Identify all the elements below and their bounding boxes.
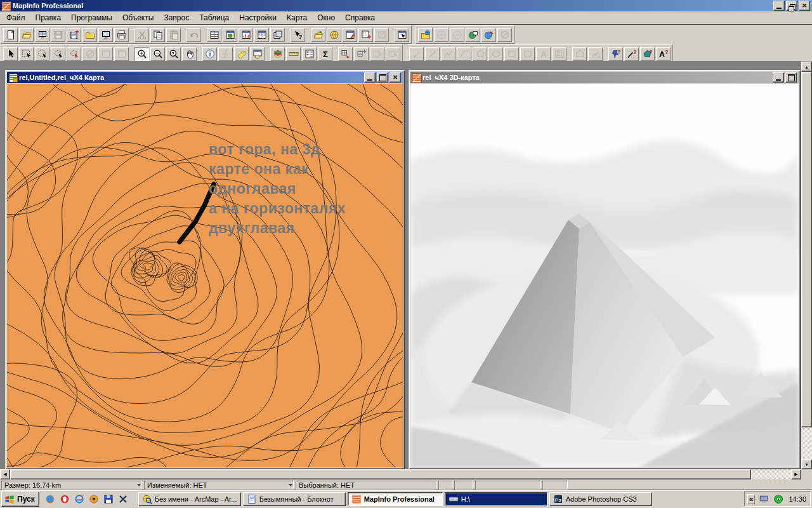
map-maximize-button[interactable] <box>377 72 388 83</box>
layout-tool-button[interactable] <box>358 28 373 42</box>
menu-item-query[interactable]: Запрос <box>159 12 194 24</box>
web-search-button[interactable] <box>481 28 496 42</box>
status-dropdown-icon[interactable] <box>137 484 141 486</box>
text-style-button[interactable]: A? <box>656 47 671 61</box>
map-window-titlebar[interactable]: rel,Untitled,rel_чХ4 Карта × <box>7 72 403 83</box>
help-pointer-button[interactable]: ? <box>291 28 305 42</box>
polygon-select-button[interactable] <box>51 47 65 61</box>
quick-launch-floppy-tool-icon[interactable] <box>103 493 114 505</box>
legend-button[interactable] <box>302 47 317 61</box>
statistics-button[interactable]: Σ <box>318 47 332 61</box>
start-button[interactable]: Пуск <box>1 491 39 507</box>
boundary-select-button[interactable] <box>67 47 81 61</box>
line-style-button[interactable]: ? <box>624 47 639 61</box>
menu-item-help[interactable]: Справка <box>340 12 380 24</box>
zoom-out-button[interactable] <box>150 47 165 61</box>
map-window[interactable]: rel,Untitled,rel_чХ4 Карта × вот гора, н… <box>5 70 405 469</box>
open-table-button[interactable] <box>19 28 34 42</box>
tray-expand-button[interactable]: « <box>747 494 756 504</box>
network-monitor-tray-icon[interactable] <box>758 493 769 505</box>
new-redistrict-button[interactable] <box>270 28 285 42</box>
open-workspace-button[interactable] <box>82 28 97 42</box>
horizontal-scroll-thumb[interactable] <box>10 469 751 479</box>
print-button[interactable] <box>114 28 129 42</box>
web-tool-2-button <box>450 28 464 42</box>
quick-launch-opera-icon[interactable] <box>59 493 70 505</box>
marquee-select-button[interactable] <box>19 47 34 61</box>
new-table-button[interactable] <box>3 28 18 42</box>
label-button[interactable] <box>234 47 249 61</box>
menu-item-file[interactable]: Файл <box>1 12 30 24</box>
taskbar-task-1[interactable]: Безымянный - Блокнот <box>243 492 346 506</box>
scroll-down-button[interactable]: ▼ <box>801 459 812 469</box>
open-dbms-button[interactable] <box>35 28 49 42</box>
taskbar-task-2[interactable]: MapInfo Professional <box>348 492 443 506</box>
drag-map-button[interactable] <box>250 47 265 61</box>
status-panel-1[interactable]: Изменяемый: НЕТ <box>144 481 294 490</box>
map3d-window[interactable]: rel_чХ4 3D-карта <box>409 70 801 469</box>
app-titlebar[interactable]: MapInfo Professional × <box>0 0 812 11</box>
copy-button[interactable] <box>150 28 165 42</box>
change-view-button[interactable]: ? <box>166 47 181 61</box>
close-button[interactable]: × <box>799 1 810 11</box>
terrain-3d-view[interactable] <box>410 84 799 467</box>
polygon-tool-button <box>473 47 487 61</box>
open-odbc-button[interactable] <box>311 28 325 42</box>
web-open-button[interactable] <box>418 28 433 42</box>
scroll-right-button[interactable]: ▶ <box>791 469 801 479</box>
mdi-vertical-scrollbar[interactable]: ▲ ▼ <box>801 62 812 469</box>
map3d-minimize-button[interactable] <box>773 72 784 83</box>
mdi-horizontal-scrollbar[interactable]: ◀ ▶ <box>0 469 801 479</box>
menu-item-map[interactable]: Карта <box>282 12 312 24</box>
quick-launch-firefox-icon[interactable] <box>44 493 56 505</box>
map3d-maximize-button[interactable] <box>785 72 797 83</box>
map-minimize-button[interactable] <box>364 72 376 83</box>
taskbar-clock[interactable]: 14:30 <box>787 495 806 503</box>
antivirus-tray-icon[interactable] <box>773 493 784 505</box>
menu-item-table[interactable]: Таблица <box>194 12 234 24</box>
menu-item-window[interactable]: Окно <box>312 12 340 24</box>
select-button[interactable] <box>3 47 18 61</box>
new-report-button[interactable] <box>98 28 113 42</box>
zoom-in-button[interactable] <box>134 47 149 61</box>
status-panel-4 <box>454 481 473 490</box>
quick-launch-close-tool-icon[interactable] <box>117 493 129 505</box>
new-browser-button[interactable] <box>207 28 221 42</box>
map-close-button[interactable]: × <box>390 72 401 83</box>
new-mapper-button[interactable] <box>223 28 237 42</box>
assign-district-button[interactable] <box>354 47 369 61</box>
layer-control-button[interactable] <box>270 47 285 61</box>
quick-launch-media-player-icon[interactable] <box>88 493 100 505</box>
radius-select-button[interactable] <box>35 47 49 61</box>
taskbar-task-3[interactable]: H:\ <box>445 492 547 506</box>
web-window-button[interactable] <box>466 28 480 42</box>
mapbasic-globe-button[interactable] <box>327 28 341 42</box>
hotlink-edit-button[interactable] <box>343 28 357 42</box>
taskbar-task-4[interactable]: PsAdobe Photoshop CS3 <box>549 492 652 506</box>
restore-button[interactable] <box>786 1 797 11</box>
menu-item-options[interactable]: Настройки <box>234 12 282 24</box>
new-layout-button[interactable] <box>254 28 269 42</box>
status-panel-0[interactable]: Размер: 16,74 km <box>1 481 142 490</box>
menu-item-objects[interactable]: Объекты <box>117 12 159 24</box>
scroll-left-button[interactable]: ◀ <box>0 469 10 479</box>
quick-launch-ie-icon[interactable] <box>74 493 85 505</box>
symbol-style-button[interactable]: ? <box>608 47 623 61</box>
menu-item-edit[interactable]: Правка <box>30 12 67 24</box>
save-workspace-button[interactable] <box>67 28 81 42</box>
scroll-up-button[interactable]: ▲ <box>801 62 812 72</box>
map3d-window-titlebar[interactable]: rel_чХ4 3D-карта <box>410 72 799 83</box>
pan-button[interactable] <box>182 47 197 61</box>
taskbar-task-0[interactable]: Без имени - ArcMap - Ar... <box>138 492 241 506</box>
ruler-button[interactable] <box>286 47 301 61</box>
status-dropdown-icon[interactable] <box>289 484 292 486</box>
tools-window-button[interactable] <box>395 28 409 42</box>
menu-item-programs[interactable]: Программы <box>66 12 117 24</box>
region-style-button[interactable]: ? <box>640 47 655 61</box>
contour-map-canvas[interactable]: вот гора, на 3дкарте она какодноглаваяа … <box>7 84 403 467</box>
set-target-district-button[interactable] <box>338 47 353 61</box>
minimize-button[interactable] <box>773 1 785 11</box>
vertical-scroll-thumb[interactable] <box>801 72 812 427</box>
info-button[interactable]: i <box>202 47 217 61</box>
new-grapher-button[interactable] <box>239 28 253 42</box>
